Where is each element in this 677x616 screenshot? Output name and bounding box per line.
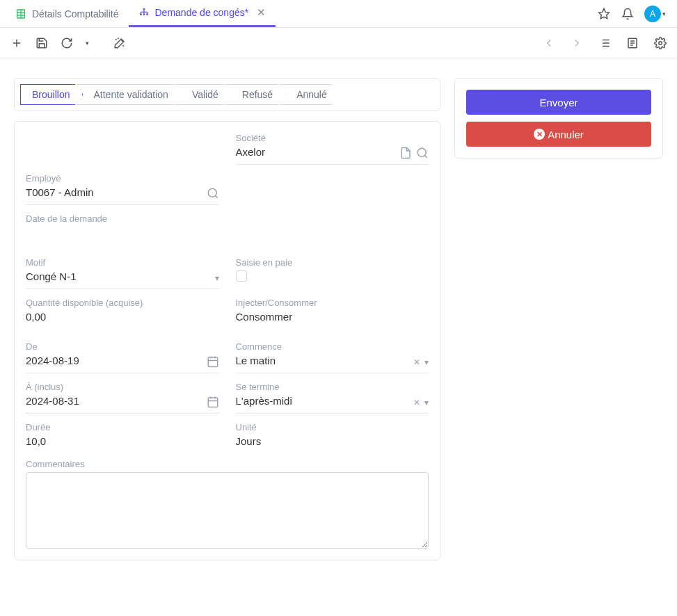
document-icon[interactable] [399,147,412,161]
tab-demande-conges[interactable]: Demande de congés* ✕ [129,0,276,27]
avatar: A [644,6,661,22]
svg-rect-38 [208,398,218,407]
star-icon[interactable] [597,7,611,21]
field-quantite: Quantité disponible (acquise) 0,00 [26,298,219,326]
bell-icon[interactable] [621,7,635,21]
field-de: De 2024-08-19 [26,341,219,373]
step-valide[interactable]: Validé [175,84,232,105]
employe-value: T0067 - Admin [26,186,207,202]
saisie-checkbox[interactable] [236,270,247,282]
injecter-value: Consommer [236,311,429,326]
search-icon[interactable] [416,147,429,161]
cancel-button[interactable]: ✕ Annuler [466,122,651,147]
spreadsheet-icon [15,8,26,19]
field-se-termine: Se termine L'après-midi ✕▾ [236,382,429,414]
tab-label: Détails Comptabilité [32,8,119,19]
list-view-button[interactable] [594,32,616,54]
tab-bar: Détails Comptabilité Demande de congés* … [0,0,677,28]
form-card: Société Axelor Employé T0067 - Admin [14,121,440,560]
saisie-label: Saisie en paie [236,257,429,268]
commence-value: Le matin [236,355,414,370]
gear-icon[interactable] [649,32,671,54]
toolbar: ▾ [0,28,677,58]
date-demande-label: Date de la demande [26,213,429,224]
field-commentaires: Commentaires [26,459,429,549]
tab-details-comptabilite[interactable]: Détails Comptabilité [6,0,129,27]
calendar-icon[interactable] [207,355,219,370]
commentaires-textarea[interactable] [26,472,429,549]
refresh-dropdown[interactable]: ▾ [81,32,93,54]
motif-label: Motif [26,257,219,268]
de-value: 2024-08-19 [26,355,207,370]
clear-icon[interactable]: ✕ [413,398,420,407]
refresh-button[interactable] [56,32,78,54]
step-annule[interactable]: Annulé [279,84,340,105]
clear-icon[interactable]: ✕ [413,357,420,367]
step-brouillon[interactable]: Brouillon [20,84,83,105]
field-injecter: Injecter/Consommer Consommer [236,298,429,326]
svg-point-32 [208,188,216,197]
next-button[interactable] [566,32,588,54]
a-input[interactable]: 2024-08-31 [26,395,219,414]
save-button[interactable] [31,32,53,54]
actions-card: Envoyer ✕ Annuler [454,78,663,159]
date-demande-value [26,227,429,242]
field-commence: Commence Le matin ✕▾ [236,341,429,373]
svg-rect-5 [140,13,142,15]
field-employe: Employé T0067 - Admin [26,173,219,205]
svg-rect-34 [208,357,218,367]
form-view-button[interactable] [621,32,644,54]
field-motif: Motif Congé N-1 ▾ [26,257,219,289]
chevron-down-icon: ▾ [662,10,666,17]
send-button[interactable]: Envoyer [466,90,651,115]
wand-button[interactable] [109,32,131,54]
societe-label: Société [236,133,429,143]
svg-rect-4 [143,8,145,10]
step-attente-validation[interactable]: Attente validation [76,84,181,105]
process-steps: Brouillon Attente validation Validé Refu… [14,78,440,111]
quantite-label: Quantité disponible (acquise) [26,298,219,308]
commence-label: Commence [236,341,429,352]
duree-label: Durée [26,422,219,432]
svg-point-16 [116,39,116,40]
field-saisie-paie: Saisie en paie [236,257,429,289]
commentaires-label: Commentaires [26,459,429,469]
employe-label: Employé [26,173,219,184]
svg-point-17 [118,38,118,38]
de-label: De [26,341,219,352]
field-a: À (inclus) 2024-08-31 [26,382,219,414]
search-icon[interactable] [207,187,219,202]
svg-marker-13 [599,8,610,18]
commence-select[interactable]: Le matin ✕▾ [236,355,429,373]
chevron-down-icon: ▾ [86,40,89,47]
quantite-value: 0,00 [26,311,219,326]
a-label: À (inclus) [26,382,219,392]
motif-select[interactable]: Congé N-1 ▾ [26,270,219,289]
new-button[interactable] [6,32,28,54]
svg-rect-6 [143,13,145,15]
duree-value: 10,0 [26,435,219,451]
close-icon[interactable]: ✕ [257,6,266,19]
calendar-icon[interactable] [207,396,219,410]
chevron-down-icon: ▾ [424,357,429,367]
se-termine-select[interactable]: L'après-midi ✕▾ [236,395,429,414]
unite-value: Jours [236,435,429,451]
injecter-label: Injecter/Consommer [236,298,429,308]
org-chart-icon [138,7,150,18]
svg-line-33 [215,195,217,197]
step-refuse[interactable]: Refusé [225,84,286,105]
cancel-label: Annuler [548,129,584,140]
svg-point-29 [659,41,662,44]
field-unite: Unité Jours [236,422,429,451]
cancel-icon: ✕ [534,129,545,140]
field-duree: Durée 10,0 [26,422,219,451]
prev-button[interactable] [538,32,560,54]
user-menu[interactable]: A ▾ [644,6,666,22]
svg-line-31 [424,155,427,157]
de-input[interactable]: 2024-08-19 [26,355,219,373]
employe-input[interactable]: T0067 - Admin [26,186,219,205]
field-date-demande: Date de la demande [26,213,429,242]
societe-input[interactable]: Axelor [236,146,429,165]
societe-value: Axelor [236,146,400,161]
chevron-down-icon: ▾ [215,273,219,283]
